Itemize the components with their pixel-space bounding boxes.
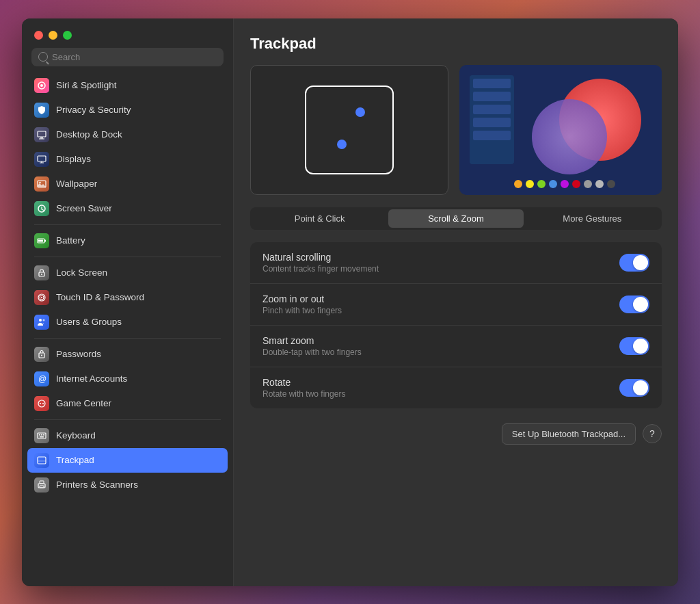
sidebar-label-screensaver: Screen Saver xyxy=(56,203,112,213)
setting-label-zoom-in-out: Zoom in or out xyxy=(262,293,619,304)
svg-rect-2 xyxy=(38,131,46,137)
tab-point-click[interactable]: Point & Click xyxy=(252,209,387,228)
setting-smart-zoom: Smart zoom Double-tap with two fingers xyxy=(250,326,662,367)
minimize-button[interactable] xyxy=(49,31,57,40)
svg-point-22 xyxy=(41,354,42,356)
screensaver-icon xyxy=(34,201,49,216)
passwords-icon xyxy=(34,347,49,362)
sidebar-label-users: Users & Groups xyxy=(56,317,122,327)
maximize-button[interactable] xyxy=(63,31,72,40)
svg-rect-4 xyxy=(39,138,44,139)
sidebar-label-internet: Internet Accounts xyxy=(56,373,127,384)
svg-rect-29 xyxy=(41,434,42,436)
sidebar-item-screensaver[interactable]: Screen Saver xyxy=(27,196,228,221)
sidebar-items: Siri & Spotlight Privacy & Security xyxy=(22,73,233,586)
setting-text-smart-zoom: Smart zoom Double-tap with two fingers xyxy=(262,335,619,357)
toggle-zoom-in-out[interactable] xyxy=(619,296,649,313)
sidebar: Search Siri & Spotlight Privacy xyxy=(22,18,234,586)
sidebar-item-users[interactable]: Users & Groups xyxy=(27,310,228,334)
sidebar-divider-4 xyxy=(34,419,221,420)
setting-desc-rotate: Rotate with two fingers xyxy=(262,389,619,399)
lockscreen-icon xyxy=(34,265,49,280)
sidebar-divider-1 xyxy=(34,224,221,225)
svg-point-24 xyxy=(38,400,45,407)
svg-point-19 xyxy=(39,319,42,321)
toggle-smart-zoom[interactable] xyxy=(619,337,649,355)
svg-rect-28 xyxy=(39,434,40,436)
gesture-preview xyxy=(459,65,662,195)
sidebar-label-wallpaper: Wallpaper xyxy=(56,179,97,189)
setting-zoom-in-out: Zoom in or out Pinch with two fingers xyxy=(250,284,662,326)
svg-point-25 xyxy=(40,403,41,404)
sidebar-item-privacy[interactable]: Privacy & Security xyxy=(27,98,228,122)
sidebar-item-siri[interactable]: Siri & Spotlight xyxy=(27,73,228,98)
main-content: Trackpad xyxy=(234,18,678,586)
sidebar-item-keyboard[interactable]: Keyboard xyxy=(27,423,228,448)
tab-scroll-zoom[interactable]: Scroll & Zoom xyxy=(388,209,523,228)
sidebar-item-printers[interactable]: Printers & Scanners xyxy=(27,473,228,497)
sidebar-label-gamecenter: Game Center xyxy=(56,398,111,408)
sidebar-label-battery: Battery xyxy=(56,235,85,246)
svg-text:@: @ xyxy=(38,374,46,384)
sidebar-item-wallpaper[interactable]: Wallpaper xyxy=(27,172,228,196)
system-preferences-window: Search Siri & Spotlight Privacy xyxy=(22,18,678,586)
sidebar-item-gamecenter[interactable]: Game Center xyxy=(27,391,228,416)
svg-point-15 xyxy=(41,274,42,275)
setting-text-natural-scrolling: Natural scrolling Content tracks finger … xyxy=(262,252,619,274)
setting-natural-scrolling: Natural scrolling Content tracks finger … xyxy=(250,242,662,284)
setting-desc-smart-zoom: Double-tap with two fingers xyxy=(262,347,619,357)
traffic-lights xyxy=(22,18,233,48)
sidebar-item-lockscreen[interactable]: Lock Screen xyxy=(27,261,228,285)
sidebar-item-displays[interactable]: Displays xyxy=(27,147,228,172)
search-input[interactable]: Search xyxy=(52,52,80,62)
color-palette xyxy=(514,180,615,188)
svg-rect-13 xyxy=(44,239,46,241)
sidebar-label-privacy: Privacy & Security xyxy=(56,105,131,115)
sidebar-item-battery[interactable]: Battery xyxy=(27,228,228,253)
setting-label-smart-zoom: Smart zoom xyxy=(262,335,619,346)
sidebar-label-passwords: Passwords xyxy=(56,349,101,359)
internet-icon: @ xyxy=(34,371,49,386)
gesture-screen xyxy=(470,75,514,164)
sidebar-label-keyboard: Keyboard xyxy=(56,430,96,441)
color-dot-purple xyxy=(561,180,569,188)
sidebar-item-trackpad[interactable]: Trackpad xyxy=(27,448,228,473)
setting-desc-natural-scrolling: Content tracks finger movement xyxy=(262,264,619,274)
close-button[interactable] xyxy=(34,31,43,40)
trackpad-dot-1 xyxy=(355,107,365,117)
sidebar-divider-2 xyxy=(34,257,221,257)
search-bar[interactable]: Search xyxy=(31,48,224,66)
keyboard-icon xyxy=(34,428,49,443)
tab-more-gestures[interactable]: More Gestures xyxy=(525,209,660,228)
setting-label-rotate: Rotate xyxy=(262,377,619,388)
displays-icon xyxy=(34,152,49,167)
color-dot-yellow xyxy=(526,180,534,188)
color-dot-blue xyxy=(549,180,557,188)
touchid-icon xyxy=(34,290,49,305)
svg-rect-27 xyxy=(38,433,46,438)
sidebar-item-touchid[interactable]: Touch ID & Password xyxy=(27,285,228,310)
sidebar-label-lockscreen: Lock Screen xyxy=(56,267,107,278)
trackpad-graphic xyxy=(305,86,394,174)
setup-bluetooth-button[interactable]: Set Up Bluetooth Trackpad... xyxy=(502,423,636,445)
setting-text-rotate: Rotate Rotate with two fingers xyxy=(262,377,619,399)
setting-rotate: Rotate Rotate with two fingers xyxy=(250,367,662,408)
sidebar-item-desktop[interactable]: Desktop & Dock xyxy=(27,122,228,147)
gesture-preview-inner xyxy=(459,65,662,195)
sidebar-item-passwords[interactable]: Passwords xyxy=(27,342,228,367)
svg-point-26 xyxy=(42,403,44,404)
toggle-natural-scrolling[interactable] xyxy=(619,254,649,272)
sidebar-item-internet[interactable]: @ Internet Accounts xyxy=(27,367,228,391)
battery-icon xyxy=(34,233,49,248)
search-icon xyxy=(38,52,48,62)
tab-bar: Point & Click Scroll & Zoom More Gesture… xyxy=(250,207,662,230)
help-button[interactable]: ? xyxy=(643,424,662,443)
svg-point-9 xyxy=(39,181,40,183)
settings-list: Natural scrolling Content tracks finger … xyxy=(250,242,662,408)
circle-purple xyxy=(532,99,607,174)
toggle-rotate[interactable] xyxy=(619,379,649,397)
sidebar-label-displays: Displays xyxy=(56,154,91,164)
setting-desc-zoom-in-out: Pinch with two fingers xyxy=(262,306,619,315)
sidebar-label-desktop: Desktop & Dock xyxy=(56,129,122,140)
desktop-icon xyxy=(34,127,49,142)
